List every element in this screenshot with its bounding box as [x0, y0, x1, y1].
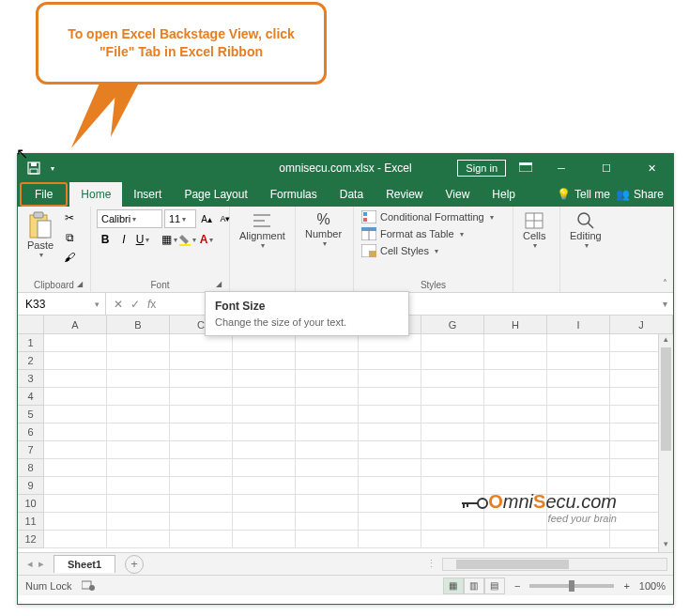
cell[interactable]	[107, 459, 170, 477]
cell[interactable]	[547, 334, 610, 352]
cell[interactable]	[233, 388, 296, 406]
column-header[interactable]: J	[610, 316, 673, 333]
cell[interactable]	[233, 495, 296, 513]
cell[interactable]	[296, 513, 359, 531]
cell[interactable]	[233, 441, 296, 459]
cell[interactable]	[233, 459, 296, 477]
cell[interactable]	[170, 334, 233, 352]
row-header[interactable]: 10	[18, 495, 44, 513]
cell[interactable]	[44, 352, 107, 370]
column-header[interactable]: I	[547, 316, 610, 333]
tab-data[interactable]: Data	[329, 182, 375, 207]
cell[interactable]	[233, 370, 296, 388]
cell[interactable]	[107, 334, 170, 352]
share-button[interactable]: 👥 Share	[616, 188, 664, 201]
sheet-tab[interactable]: Sheet1	[54, 555, 115, 573]
cell[interactable]	[484, 459, 547, 477]
scroll-down-icon[interactable]: ▾	[659, 539, 673, 552]
sheet-nav-next-icon[interactable]: ▸	[38, 558, 44, 570]
format-as-table-button[interactable]: Format as Table▾	[360, 226, 466, 241]
cell[interactable]	[296, 441, 359, 459]
fx-icon[interactable]: fx	[147, 298, 156, 311]
row-header[interactable]: 1	[18, 334, 44, 352]
maximize-button[interactable]: ☐	[590, 154, 622, 182]
cell[interactable]	[359, 370, 421, 388]
cell[interactable]	[44, 388, 107, 406]
tell-me-search[interactable]: 💡 Tell me	[557, 188, 610, 201]
row-header[interactable]: 6	[18, 424, 44, 441]
column-header[interactable]: A	[44, 316, 107, 333]
cell[interactable]	[296, 352, 359, 370]
enter-formula-icon[interactable]: ✓	[130, 298, 140, 311]
tab-split-handle[interactable]: ⋮	[426, 558, 442, 570]
cell[interactable]	[359, 459, 421, 477]
cell[interactable]	[296, 388, 359, 406]
expand-formula-bar-icon[interactable]: ▾	[663, 299, 673, 309]
copy-icon[interactable]: ⧉	[61, 229, 78, 246]
cell[interactable]	[44, 334, 107, 352]
vertical-scrollbar[interactable]: ▴ ▾	[658, 334, 673, 552]
tab-view[interactable]: View	[435, 182, 482, 207]
horizontal-scrollbar[interactable]	[442, 558, 667, 571]
cell[interactable]	[547, 459, 610, 477]
cancel-formula-icon[interactable]: ✕	[114, 298, 123, 311]
cell[interactable]	[547, 531, 610, 548]
cell[interactable]	[44, 531, 107, 548]
cell[interactable]	[44, 513, 107, 531]
cell[interactable]	[547, 424, 610, 441]
cell[interactable]	[359, 352, 421, 370]
cell[interactable]	[170, 424, 233, 441]
cell[interactable]	[359, 513, 421, 531]
cell[interactable]	[547, 370, 610, 388]
worksheet-grid[interactable]: A B C D E F G H I J 123456789101112 ▴ ▾ …	[18, 316, 673, 552]
font-color-icon[interactable]: A▾	[198, 231, 215, 248]
cell[interactable]	[233, 352, 296, 370]
cell[interactable]	[421, 370, 484, 388]
zoom-thumb[interactable]	[569, 580, 574, 592]
cell[interactable]	[233, 424, 296, 441]
cell[interactable]	[547, 406, 610, 424]
cell[interactable]	[359, 424, 421, 441]
tab-help[interactable]: Help	[481, 182, 527, 207]
cell[interactable]	[44, 441, 107, 459]
cell[interactable]	[107, 513, 170, 531]
cell[interactable]	[107, 406, 170, 424]
cell[interactable]	[359, 531, 421, 548]
cell[interactable]	[421, 441, 484, 459]
zoom-out-button[interactable]: −	[514, 580, 520, 592]
cell[interactable]	[44, 495, 107, 513]
font-name-select[interactable]: Calibri▾	[97, 209, 162, 228]
scrollbar-thumb[interactable]	[456, 560, 569, 569]
cell[interactable]	[484, 352, 547, 370]
cell[interactable]	[107, 424, 170, 441]
cell[interactable]	[296, 495, 359, 513]
cell[interactable]	[107, 477, 170, 495]
sheet-nav-prev-icon[interactable]: ◂	[27, 558, 33, 570]
cell[interactable]	[359, 334, 421, 352]
cell[interactable]	[421, 459, 484, 477]
underline-icon[interactable]: U▾	[134, 231, 151, 248]
tab-review[interactable]: Review	[375, 182, 434, 207]
cell[interactable]	[359, 495, 421, 513]
select-all-corner[interactable]	[18, 316, 44, 333]
row-header[interactable]: 11	[18, 513, 44, 531]
paste-button[interactable]: Paste ▾	[23, 209, 57, 261]
column-header[interactable]: B	[107, 316, 170, 333]
number-button[interactable]: % Number ▾	[301, 209, 345, 250]
name-box[interactable]: K33▾	[18, 293, 106, 315]
cell[interactable]	[170, 495, 233, 513]
dialog-launcher-icon[interactable]: ◢	[216, 280, 222, 288]
cell[interactable]	[484, 370, 547, 388]
cell[interactable]	[296, 406, 359, 424]
row-header[interactable]: 12	[18, 531, 44, 548]
cell[interactable]	[484, 531, 547, 548]
cell[interactable]	[44, 459, 107, 477]
cell[interactable]	[421, 334, 484, 352]
alignment-button[interactable]: Alignment ▾	[236, 209, 289, 252]
cell[interactable]	[44, 370, 107, 388]
cell[interactable]	[296, 370, 359, 388]
cell[interactable]	[421, 531, 484, 548]
cell[interactable]	[547, 388, 610, 406]
scroll-up-icon[interactable]: ▴	[659, 334, 673, 347]
cell[interactable]	[296, 531, 359, 548]
